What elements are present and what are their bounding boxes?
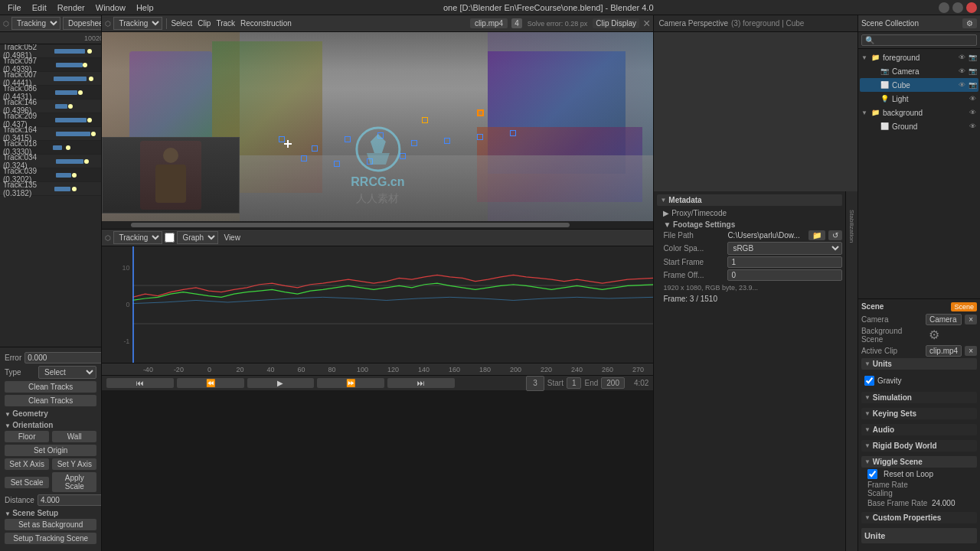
set-y-axis-btn[interactable]: Set Y Axis	[52, 458, 96, 470]
color-space-select[interactable]: sRGB	[727, 242, 842, 255]
wall-btn[interactable]: Wall	[52, 431, 96, 442]
file-browse-btn[interactable]: 📁	[808, 230, 825, 240]
menu-file[interactable]: File	[3, 2, 26, 13]
ground-vis-btn[interactable]: 👁	[968, 122, 977, 131]
rigid-body-title[interactable]: Rigid Body World	[861, 440, 977, 452]
set-scale-btn[interactable]: Set Scale	[5, 477, 49, 488]
clean-tracks-btn2[interactable]: Clean Tracks	[5, 395, 96, 406]
outliner-search-input[interactable]	[861, 34, 977, 46]
background-vis-btn[interactable]: 👁	[968, 108, 977, 117]
menu-window[interactable]: Window	[91, 2, 130, 13]
cube-restrict-btn[interactable]: 📷	[968, 80, 977, 90]
tree-cube[interactable]: ⬜ Cube 👁 📷	[860, 78, 978, 92]
outliner-tree: ▼ 📁 foreground 👁 📷 📷 Camera 👁 📷	[858, 49, 980, 298]
gravity-title[interactable]: Gravity	[861, 374, 977, 387]
menu-render[interactable]: Render	[53, 2, 90, 13]
menu-help[interactable]: Help	[132, 2, 158, 13]
clip-menu-select[interactable]: Select	[171, 19, 192, 28]
set-x-axis-btn[interactable]: Set X Axis	[5, 458, 49, 470]
timeline-cursor	[132, 246, 134, 363]
custom-props-section: Custom Properties	[861, 512, 977, 523]
expand-background[interactable]: ▼	[861, 109, 869, 116]
frame-display[interactable]: 3	[526, 376, 544, 391]
track-item-10[interactable]: Track:135 (0.3182)	[0, 182, 101, 196]
tree-ground[interactable]: ⬜ Ground 👁	[860, 119, 978, 133]
camera-prop-value[interactable]: Camera	[926, 314, 962, 325]
setup-tracking-btn[interactable]: Setup Tracking Scene	[5, 533, 96, 544]
graph-checkbox[interactable]	[165, 233, 175, 243]
audio-section: Audio	[861, 424, 977, 435]
error-input[interactable]	[24, 352, 102, 364]
set-origin-btn[interactable]: Set Origin	[5, 445, 96, 456]
cube-vis-btn[interactable]: 👁	[957, 80, 966, 90]
gnum-220: 220	[531, 366, 561, 373]
clip-menu-reconstruction[interactable]: Reconstruction	[240, 19, 292, 28]
footage-settings[interactable]: ▼ Footage Settings	[663, 220, 842, 229]
dopesheet-mode-select[interactable]: Dopesheet	[63, 17, 102, 30]
file-reload-btn[interactable]: ↺	[828, 230, 842, 240]
clip-scrollbar[interactable]	[102, 221, 653, 229]
camera-restrict-btn[interactable]: 📷	[968, 67, 977, 76]
units-title[interactable]: Units	[861, 358, 977, 370]
minimize-btn[interactable]	[939, 2, 949, 13]
keying-sets-title[interactable]: Keying Sets	[861, 408, 977, 419]
geometry-section[interactable]: Geometry	[5, 409, 96, 418]
gnum-120: 120	[377, 366, 408, 373]
outliner-filter-btn[interactable]: ⚙	[962, 18, 977, 28]
wiggle-title[interactable]: Wiggle Scene	[861, 456, 977, 468]
clip-close-icon[interactable]: ×	[643, 17, 650, 31]
editor-type-select[interactable]: Tracking	[11, 17, 60, 30]
custom-props-title[interactable]: Custom Properties	[861, 512, 977, 523]
tree-foreground[interactable]: ▼ 📁 foreground 👁 📷	[860, 51, 978, 64]
frame-offset-input[interactable]	[727, 269, 842, 281]
start-frame-input[interactable]	[727, 256, 842, 268]
clean-tracks-btn[interactable]: Clean Tracks	[5, 381, 96, 393]
distance-input[interactable]	[38, 494, 102, 506]
gnum-270: 270	[622, 366, 653, 373]
reset-on-loop-checkbox[interactable]	[867, 469, 877, 479]
graph-view-menu[interactable]: View	[224, 233, 240, 242]
clip-display-btn[interactable]: Clip Display	[593, 18, 639, 28]
tree-background[interactable]: ▼ 📁 background 👁	[860, 106, 978, 119]
simulation-title[interactable]: Simulation	[861, 392, 977, 403]
clip-menu-clip[interactable]: Clip	[198, 19, 211, 28]
play-btn[interactable]: ▶	[247, 378, 315, 388]
orientation-section[interactable]: Orientation	[5, 421, 96, 429]
metadata-title[interactable]: Metadata	[657, 194, 842, 206]
clip-frame-num[interactable]: 4	[511, 18, 522, 28]
start-value[interactable]: 1	[567, 377, 582, 389]
scene-setup-section[interactable]: Scene Setup	[5, 509, 96, 517]
set-background-btn[interactable]: Set as Background	[5, 519, 96, 530]
foreground-render-btn[interactable]: 📷	[968, 53, 977, 62]
foreground-vis-btn[interactable]: 👁	[957, 53, 966, 62]
graph-mode-select[interactable]: Graph	[177, 231, 218, 244]
active-clip-value[interactable]: clip.mp4	[926, 345, 962, 357]
camera-prop-close-btn[interactable]: ×	[965, 315, 977, 324]
clip-tracking-select[interactable]: Tracking	[113, 17, 162, 30]
play-end-btn[interactable]: ⏭	[387, 378, 455, 388]
apply-scale-btn[interactable]: Apply Scale	[52, 472, 96, 492]
clip-menu-track[interactable]: Track	[216, 19, 235, 28]
floor-btn[interactable]: Floor	[5, 431, 49, 442]
active-clip-close-btn[interactable]: ×	[965, 346, 977, 356]
play-start-btn[interactable]: ⏮	[106, 378, 174, 388]
close-btn[interactable]	[966, 2, 977, 13]
clip-viewport[interactable]: RRCG.cn 人人素材	[102, 32, 653, 221]
tree-light[interactable]: 💡 Light 👁	[860, 92, 978, 106]
graph-tracking-select[interactable]: Tracking	[113, 231, 162, 244]
scrollbar-thumb[interactable]	[131, 223, 570, 227]
audio-title[interactable]: Audio	[861, 424, 977, 435]
expand-foreground[interactable]: ▼	[861, 54, 869, 61]
step-back-btn[interactable]: ⏪	[177, 378, 244, 388]
maximize-btn[interactable]	[952, 2, 963, 13]
step-fwd-btn[interactable]: ⏩	[317, 378, 384, 388]
type-select[interactable]: Select	[38, 366, 96, 379]
tree-camera[interactable]: 📷 Camera 👁 📷	[860, 64, 978, 78]
end-value[interactable]: 200	[601, 377, 625, 389]
track-marker-4	[377, 132, 384, 139]
light-vis-btn[interactable]: 👁	[968, 94, 977, 103]
gravity-checkbox[interactable]	[864, 376, 874, 386]
menu-edit[interactable]: Edit	[28, 2, 51, 13]
proxy-timecode[interactable]: ▶ Proxy/Timecode	[663, 209, 842, 217]
camera-vis-btn[interactable]: 👁	[957, 67, 966, 76]
